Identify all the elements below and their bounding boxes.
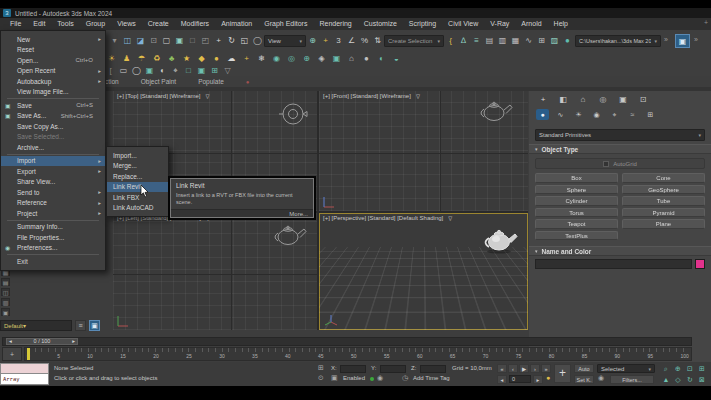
current-frame-field[interactable]: 0 — [509, 375, 531, 383]
layer-explorer-icon[interactable]: ▥ — [496, 34, 509, 48]
mini-curve-editor-button[interactable]: + — [2, 347, 22, 361]
file-menu-item-share-view[interactable]: Share View... — [1, 177, 105, 188]
file-menu-item-send-to[interactable]: Send to▸ — [1, 187, 105, 198]
snow-icon[interactable]: ❄ — [254, 52, 269, 66]
spacewarps-subtab-icon[interactable]: ≈ — [626, 109, 639, 120]
import-submenu-item-link-autocad[interactable]: Link AutoCAD — [107, 203, 168, 214]
default-set-dropdown[interactable]: Default ▾ — [0, 320, 72, 331]
spinner-snap-icon[interactable]: ⇅ — [371, 34, 384, 48]
viewport-left[interactable]: [+] [Left] [Standard] [Wireframe]∇ — [113, 213, 317, 330]
file-menu-item-export[interactable]: Export▸ — [1, 166, 105, 177]
explorer-toggle-icon[interactable]: ▣ — [89, 320, 100, 331]
filter-funnel-icon[interactable]: ∇ — [448, 215, 452, 222]
menubar-item[interactable]: Customize — [358, 18, 403, 30]
render-production-icon[interactable]: ● — [561, 34, 574, 48]
transform-typein-icon[interactable]: ⊞ — [318, 364, 324, 372]
motion-tab-icon[interactable]: ◎ — [596, 94, 610, 105]
category-dropdown[interactable]: Standard Primitives ▾ — [535, 129, 705, 141]
shapes-subtab-icon[interactable]: ∿ — [554, 109, 567, 120]
maxscript-mini-listener[interactable]: Array modifier — [0, 374, 49, 385]
menubar-item[interactable]: Civil View — [442, 18, 484, 30]
named-selection-icon[interactable]: { — [444, 34, 457, 48]
file-menu-item-exit[interactable]: Exit — [1, 256, 105, 267]
percent-snap-icon[interactable]: % — [358, 34, 371, 48]
menubar-item[interactable]: Help — [548, 18, 574, 30]
unlink-selection-icon[interactable]: ◪ — [134, 34, 147, 48]
teapot-shaded[interactable] — [481, 225, 519, 255]
file-menu-item-summary-info[interactable]: Summary Info... — [1, 222, 105, 233]
menubar-item[interactable]: Rendering — [313, 18, 357, 30]
menubar-item[interactable]: Arnold — [515, 18, 547, 30]
teapot-top-view[interactable] — [278, 99, 308, 129]
prev-frame-icon[interactable]: ‹ — [508, 364, 518, 373]
toolbar-overflow-icon[interactable]: » — [664, 36, 668, 43]
ribbon-flyout-icon[interactable]: ● — [246, 79, 250, 85]
maximize-viewport-icon[interactable]: ⊠ — [696, 374, 708, 385]
gem-icon[interactable]: ◈ — [314, 52, 329, 66]
zoom-extents-all-icon[interactable]: ⊞ — [696, 363, 708, 374]
filter-funnel-icon[interactable]: ∇ — [206, 93, 210, 100]
zoom-extents-icon[interactable]: ⊡ — [684, 363, 696, 374]
lights-subtab-icon[interactable]: ☀ — [572, 109, 585, 120]
set-key-button[interactable]: Set K. — [574, 375, 594, 384]
select-region-icon[interactable]: □ — [186, 34, 199, 48]
select-placement-icon[interactable]: ◯ — [251, 34, 264, 48]
file-menu-item-save[interactable]: ▣SaveCtrl+S — [1, 100, 105, 111]
viewport-layout-icon[interactable]: ▥ — [1, 298, 10, 306]
panel-icon[interactable]: ▣ — [329, 52, 344, 66]
next-frame-arrow-icon[interactable]: ▸ — [72, 338, 75, 345]
teapot-left-view[interactable] — [271, 221, 307, 247]
angle-snap-icon[interactable]: ∠ — [345, 34, 358, 48]
list-toggle-icon[interactable]: ≡ — [75, 320, 86, 331]
pivot-icon[interactable]: ⊕ — [299, 52, 314, 66]
window-crossing-icon[interactable]: ◰ — [199, 34, 212, 48]
select-scale-icon[interactable]: ◱ — [238, 34, 251, 48]
menubar-item[interactable]: V-Ray — [484, 18, 515, 30]
viewport-front[interactable]: [+] [Front] [Standard] [Wireframe]∇ — [319, 91, 528, 211]
tab-object-paint[interactable]: Object Paint — [141, 78, 176, 85]
select-by-name-icon[interactable]: ▣ — [173, 34, 186, 48]
menubar-overflow-icon[interactable]: + — [704, 19, 708, 26]
file-menu-item-save-copy-as[interactable]: Save Copy As... — [1, 121, 105, 132]
workspace-icon[interactable]: ▣ — [675, 34, 690, 48]
mirror-icon[interactable]: ∆ — [457, 34, 470, 48]
time-slider-track[interactable]: ◂ 0 / 100 ▸ — [2, 337, 692, 346]
import-submenu-item-link-revit[interactable]: Link Revit — [107, 182, 168, 193]
pan-icon[interactable]: ◇ — [672, 374, 684, 385]
new-key-button[interactable]: + — [554, 364, 571, 383]
z-field[interactable] — [420, 365, 446, 373]
create-tab-icon[interactable]: + — [536, 94, 550, 105]
selected-key-dropdown[interactable]: Selected ▾ — [597, 364, 655, 373]
zoom-icon[interactable]: ⌕ — [660, 363, 672, 374]
file-menu-item-import[interactable]: Import▸ — [1, 156, 105, 167]
rollout-object-type[interactable]: ▾ Object Type — [529, 144, 711, 154]
file-menu-item-project[interactable]: Project▸ — [1, 208, 105, 219]
home-icon[interactable]: ⌂ — [344, 52, 359, 66]
tooltip-more-link[interactable]: More... — [170, 209, 314, 218]
teapot-front-view[interactable] — [477, 97, 513, 123]
object-type-button[interactable]: Pyramid — [622, 208, 705, 218]
import-submenu-item-merge[interactable]: Merge... — [107, 161, 168, 172]
fov-icon[interactable]: ▲ — [660, 374, 672, 385]
viewport-layout-icon[interactable]: ▤ — [1, 278, 10, 286]
viewport-top-label[interactable]: [+] [Top] [Standard] [Wireframe] — [117, 93, 201, 100]
select-move-icon[interactable]: + — [212, 34, 225, 48]
viewport-perspective[interactable]: [+] [Perspective] [Standard] [Default Sh… — [319, 213, 528, 330]
object-type-button[interactable]: Torus — [535, 208, 618, 218]
go-start-icon[interactable]: « — [497, 364, 507, 373]
menubar-item[interactable]: Views — [111, 18, 142, 30]
object-type-button[interactable]: Box — [535, 173, 618, 183]
viewport-front-label[interactable]: [+] [Front] [Standard] [Wireframe] — [323, 93, 411, 100]
import-submenu-item-link-fbx[interactable]: Link FBX — [107, 192, 168, 203]
file-menu-item-preferences[interactable]: ◉Preferences... — [1, 243, 105, 254]
use-pivot-icon[interactable]: ⊕ — [306, 34, 319, 48]
x-field[interactable] — [340, 365, 366, 373]
file-menu-item-open-recent[interactable]: Open Recent▸ — [1, 66, 105, 77]
utilities-tab-icon[interactable]: ⊡ — [636, 94, 650, 105]
select-rotate-icon[interactable]: ↻ — [225, 34, 238, 48]
settings-gear-icon[interactable]: ◉ — [377, 374, 383, 382]
go-end-icon[interactable]: » — [541, 364, 551, 373]
key-filter-icon[interactable]: ◉ — [598, 374, 604, 382]
viewport-perspective-label[interactable]: [+] [Perspective] [Standard] [Default Sh… — [323, 215, 443, 222]
object-type-button[interactable]: Cylinder — [535, 196, 618, 206]
